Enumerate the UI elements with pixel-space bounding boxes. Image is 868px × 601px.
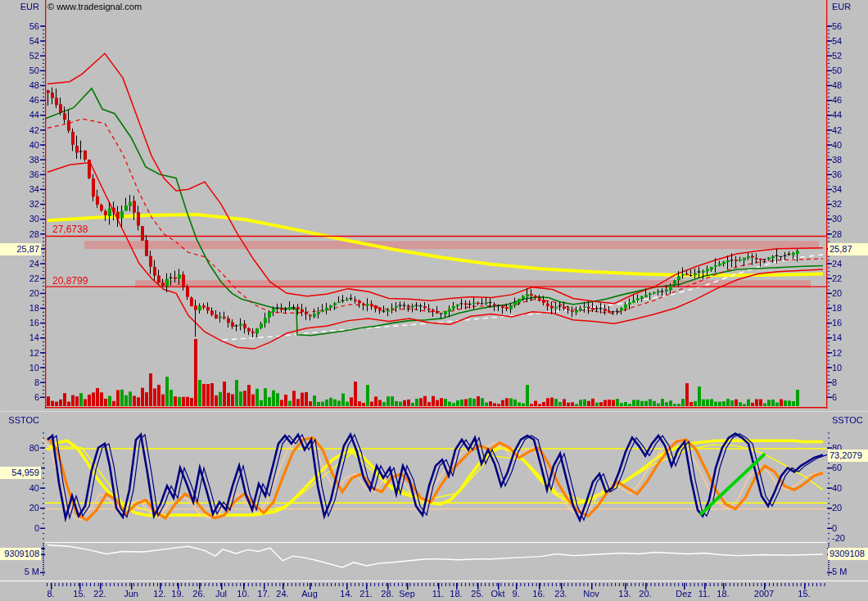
price-tick-label-right: 34: [832, 184, 842, 195]
date-axis-label: 15.: [73, 589, 85, 599]
date-axis-label: 22.: [93, 589, 106, 599]
price-tick-label-left: 36: [0, 169, 39, 180]
price-tick-label-right: 48: [832, 80, 842, 91]
date-axis-label: 28.: [381, 589, 393, 599]
price-tick-label-right: 10: [832, 363, 842, 373]
date-axis-label: Nov: [583, 589, 599, 599]
date-axis-label: Jun: [124, 589, 138, 599]
chart-canvas[interactable]: [0, 0, 868, 601]
price-tick-label-left: 56: [0, 21, 39, 32]
price-tick-label-left: 46: [0, 95, 39, 106]
price-tick-label-right: 40: [832, 140, 842, 151]
price-tick-label-right: 32: [832, 199, 842, 210]
price-tick-label-right: 50: [832, 66, 842, 76]
right-price-axis-title: EUR: [832, 2, 851, 12]
price-tick-label-right: 28: [832, 229, 842, 240]
date-axis-label: 17.: [257, 589, 269, 599]
sstoc-axis-title-right: SSTOC: [832, 415, 863, 426]
date-axis-label: 21.: [359, 589, 372, 599]
date-axis-label: 14.: [340, 589, 352, 599]
price-tick-label-right: 8: [832, 377, 837, 388]
price-tick-label-right: 36: [832, 169, 842, 180]
volume-value-label-right: 9309108: [828, 548, 868, 560]
price-tick-label-left: 44: [0, 110, 39, 120]
price-tick-label-left: 6: [0, 392, 39, 403]
volume-axis-tick-left: 5 M: [0, 567, 39, 577]
price-tick-label-right: 56: [832, 21, 842, 32]
date-axis-label: 16.: [532, 589, 545, 599]
price-tick-label-left: 24: [0, 259, 39, 269]
last-price-label-left: 25,87: [0, 243, 41, 255]
date-axis-label: Okt: [491, 589, 504, 599]
sstoc-axis-title-left: SSTOC: [0, 415, 39, 426]
sstoc-tick-label-left: 20: [0, 503, 39, 513]
date-axis-label: 13.: [618, 589, 631, 599]
price-tick-label-right: 44: [832, 110, 842, 120]
price-tick-label-left: 34: [0, 184, 39, 195]
date-axis-label: 12.: [153, 589, 165, 599]
date-axis-label: 18.: [450, 589, 462, 599]
copyright-text: © www.tradesignal.com: [47, 2, 142, 11]
sstoc-tick-label-right: -20: [832, 533, 845, 544]
sstoc-value-label-right: 73,2079: [828, 450, 868, 462]
price-tick-label-left: 22: [0, 273, 39, 284]
sstoc-tick-label-right: 20: [832, 503, 842, 513]
date-axis-label: 2007: [754, 589, 774, 599]
date-axis-label: Aug: [301, 589, 318, 599]
tradesignal-chart-window: EUR © www.tradesignal.com EUR 27,6738 20…: [0, 0, 868, 601]
price-tick-label-left: 10: [0, 363, 39, 373]
price-tick-label-right: 16: [832, 318, 842, 328]
price-tick-label-right: 22: [832, 273, 842, 284]
date-axis-label: 23.: [554, 589, 567, 599]
price-tick-label-left: 20: [0, 288, 39, 299]
date-axis-label: 24.: [276, 589, 288, 599]
left-price-axis-title: EUR: [0, 2, 39, 12]
price-tick-label-left: 52: [0, 51, 39, 61]
support-level-label: 20,8799: [52, 275, 88, 287]
date-axis-label: Dez: [676, 589, 692, 599]
price-tick-label-right: 46: [832, 95, 842, 106]
price-tick-label-left: 50: [0, 66, 39, 76]
price-tick-label-left: 42: [0, 125, 39, 136]
resistance-level-label: 27,6738: [52, 224, 88, 235]
volume-value-label-left: 9309108: [0, 548, 41, 560]
date-axis-label: Jul: [215, 589, 227, 599]
date-axis-label: 11.: [432, 589, 444, 599]
price-tick-label-left: 48: [0, 80, 39, 91]
price-tick-label-right: 6: [832, 392, 837, 403]
price-tick-label-left: 32: [0, 199, 39, 210]
price-tick-label-left: 8: [0, 377, 39, 388]
date-axis-label: 8.: [47, 589, 54, 599]
date-axis-label: 19.: [171, 589, 183, 599]
price-tick-label-left: 14: [0, 332, 39, 343]
price-tick-label-right: 52: [832, 51, 842, 61]
price-tick-label-left: 30: [0, 214, 39, 224]
price-tick-label-left: 38: [0, 155, 39, 165]
price-tick-label-right: 18: [832, 303, 842, 314]
price-tick-label-left: 16: [0, 318, 39, 328]
price-tick-label-left: 54: [0, 36, 39, 47]
date-axis-label: 18.: [717, 589, 729, 599]
date-axis-label: Sep: [399, 589, 415, 599]
last-price-label-right: 25,87: [828, 243, 868, 255]
price-tick-label-right: 12: [832, 348, 842, 359]
price-tick-label-left: 28: [0, 229, 39, 240]
date-axis-label: 9.: [512, 589, 519, 599]
date-axis-label: 11.: [698, 589, 710, 599]
sstoc-tick-label-left: 80: [0, 443, 39, 454]
price-tick-label-right: 30: [832, 214, 842, 224]
sstoc-value-label-left: 54,959: [0, 467, 41, 479]
price-tick-label-right: 14: [832, 332, 842, 343]
price-tick-label-right: 54: [832, 36, 842, 47]
date-axis-label: 26.: [192, 589, 205, 599]
date-axis-label: 10.: [237, 589, 249, 599]
price-tick-label-left: 40: [0, 140, 39, 151]
price-tick-label-right: 38: [832, 155, 842, 165]
price-tick-label-right: 24: [832, 259, 842, 269]
price-tick-label-left: 12: [0, 348, 39, 359]
price-tick-label-left: 18: [0, 303, 39, 314]
sstoc-tick-label-left: 40: [0, 483, 39, 494]
sstoc-tick-label-left: 0: [0, 523, 39, 534]
volume-axis-tick-right: 5 M: [832, 567, 847, 577]
sstoc-tick-label-right: 60: [832, 463, 842, 473]
